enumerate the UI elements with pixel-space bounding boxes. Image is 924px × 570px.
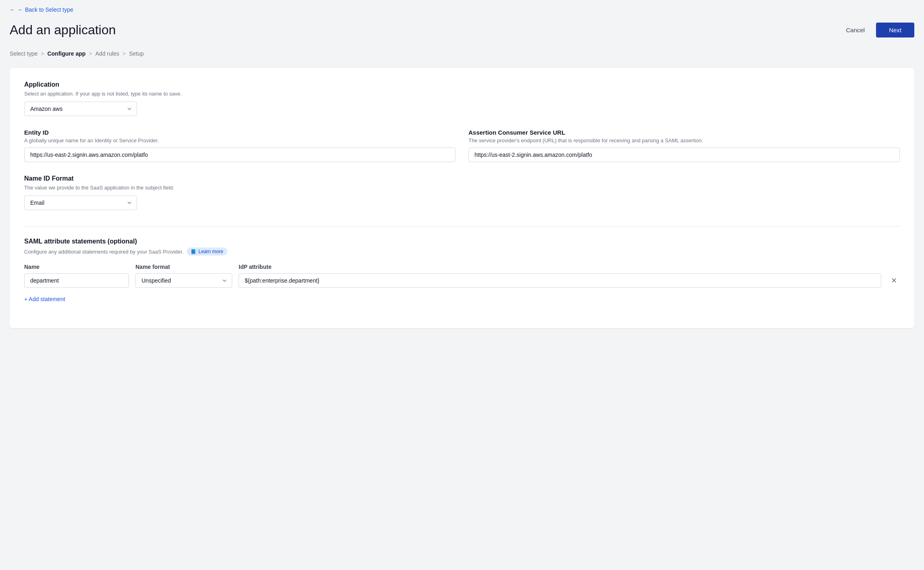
col-name-format-label: Name format: [135, 264, 232, 270]
saml-section-header: SAML attribute statements (optional): [24, 238, 900, 245]
page-title: Add an application: [10, 23, 116, 37]
name-id-select[interactable]: Email Unspecified Persistent Transient: [24, 196, 137, 210]
form-card: Application Select an application. If yo…: [10, 68, 914, 328]
acs-url-label: Assertion Consumer Service URL: [468, 129, 900, 136]
next-button[interactable]: Next: [876, 23, 914, 37]
entity-id-label: Entity ID: [24, 129, 456, 136]
cancel-button[interactable]: Cancel: [839, 23, 871, 37]
breadcrumb-add-rules[interactable]: Add rules: [96, 50, 119, 57]
back-arrow-icon: ←: [10, 6, 15, 13]
entity-id-field: Entity ID A globally unique name for an …: [24, 129, 456, 162]
application-section: Application Select an application. If yo…: [24, 81, 900, 116]
saml-description-text: Configure any additional statements requ…: [24, 249, 183, 255]
breadcrumb-setup[interactable]: Setup: [129, 50, 144, 57]
entity-acs-row: Entity ID A globally unique name for an …: [24, 129, 900, 162]
header-actions: Cancel Next: [839, 23, 914, 37]
attribute-name-format-select[interactable]: Unspecified Basic URI Reference: [135, 273, 232, 288]
book-icon: 📘: [191, 249, 196, 254]
entity-id-description: A globally unique name for an Identity o…: [24, 137, 456, 144]
learn-more-label: Learn more: [198, 249, 223, 254]
acs-url-input[interactable]: [468, 148, 900, 162]
saml-section-title: SAML attribute statements (optional): [24, 238, 137, 245]
attribute-row: Unspecified Basic URI Reference ✕: [24, 273, 900, 288]
col-name-label: Name: [24, 264, 129, 270]
saml-desc-row: Configure any additional statements requ…: [24, 248, 900, 256]
breadcrumb-sep-1: >: [41, 50, 44, 57]
breadcrumb-configure-app[interactable]: Configure app: [47, 50, 85, 57]
back-to-select-type-link[interactable]: ← ← Back to Select type: [10, 6, 73, 13]
attribute-idp-attribute-input[interactable]: [239, 273, 881, 288]
acs-url-description: The service provider's endpoint (URL) th…: [468, 137, 900, 144]
entity-id-input[interactable]: [24, 148, 456, 162]
breadcrumb-sep-2: >: [89, 50, 92, 57]
add-statement-link[interactable]: + Add statement: [24, 296, 65, 302]
section-divider: [24, 226, 900, 227]
learn-more-badge[interactable]: 📘 Learn more: [187, 248, 227, 256]
application-select[interactable]: Amazon aws Google Workspace Salesforce C…: [24, 102, 137, 116]
application-section-title: Application: [24, 81, 900, 88]
breadcrumb: Select type > Configure app > Add rules …: [10, 50, 914, 57]
name-id-section: Name ID Format The value we provide to t…: [24, 175, 900, 210]
breadcrumb-select-type[interactable]: Select type: [10, 50, 37, 57]
col-idp-attribute-label: IdP attribute: [239, 264, 881, 270]
remove-attribute-button[interactable]: ✕: [888, 275, 900, 286]
application-section-description: Select an application. If your app is no…: [24, 91, 900, 97]
attribute-table-header: Name Name format IdP attribute: [24, 264, 900, 270]
breadcrumb-sep-3: >: [123, 50, 126, 57]
page-header: Add an application Cancel Next: [10, 23, 914, 37]
attribute-name-input[interactable]: [24, 273, 129, 288]
name-id-title: Name ID Format: [24, 175, 900, 182]
col-action-placeholder: [888, 264, 900, 270]
saml-attributes-section: SAML attribute statements (optional) Con…: [24, 238, 900, 302]
name-id-description: The value we provide to the SaaS applica…: [24, 185, 900, 191]
back-link-label: ← Back to Select type: [18, 6, 73, 13]
acs-url-field: Assertion Consumer Service URL The servi…: [468, 129, 900, 162]
